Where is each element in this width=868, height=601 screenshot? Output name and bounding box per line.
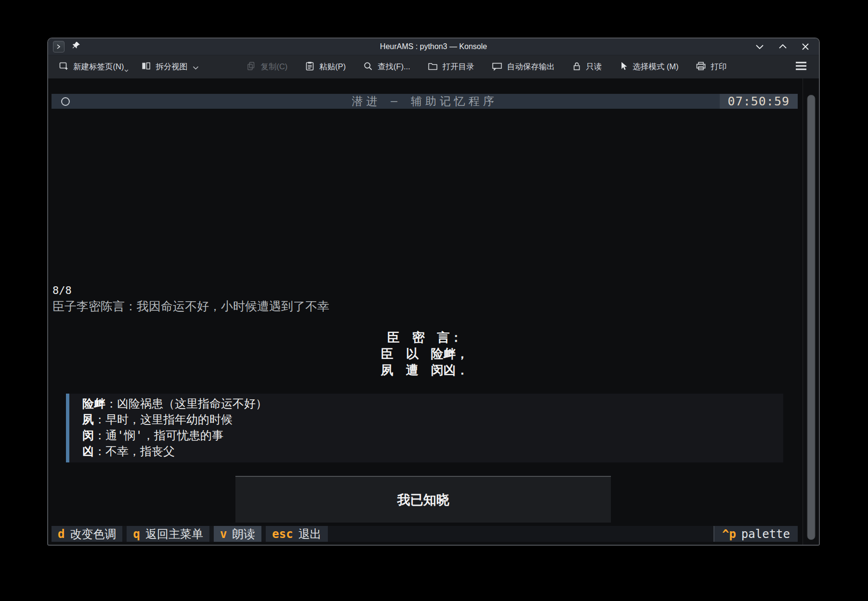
key-label: esc <box>272 527 293 541</box>
folder-icon <box>428 61 438 73</box>
split-view-button[interactable]: 拆分视图 <box>141 61 199 73</box>
copy-label: 复制(C) <box>260 62 287 72</box>
read-only-label: 只读 <box>586 62 602 72</box>
annotation-line: 闵：通'悯'，指可忧患的事 <box>82 428 778 444</box>
copy-button[interactable]: 复制(C) <box>246 61 287 73</box>
annotation-term: 凶 <box>82 445 94 458</box>
lock-icon <box>572 61 582 73</box>
terminal-view[interactable]: 潜进 – 辅助记忆程序 07:50:59 8/8 臣子李密陈言：我因命运不好，小… <box>48 78 819 545</box>
new-tab-button[interactable]: 新建标签页(N) <box>59 61 124 73</box>
annotation-term: 闵 <box>82 429 94 442</box>
konsole-window: HeurAMS : python3 — Konsole 新建标签页(N) <box>47 38 820 546</box>
open-directory-button[interactable]: 打开目录 <box>428 61 474 73</box>
close-button[interactable] <box>802 43 809 51</box>
keybinding-change-theme[interactable]: d 改变色调 <box>52 526 122 542</box>
tui-footer: d 改变色调 q 返回主菜单 v 朗读 esc 退出 <box>52 526 798 542</box>
window-title: HeurAMS : python3 — Konsole <box>48 42 819 51</box>
search-icon <box>363 61 373 73</box>
annotation-desc: ：凶险祸患（这里指命运不好） <box>105 397 267 410</box>
output-bubble-icon <box>492 61 503 73</box>
tui-header-title: 潜进 – 辅助记忆程序 <box>52 94 798 109</box>
verse-line: 臣 以 险衅， <box>52 345 798 362</box>
paste-button[interactable]: 粘贴(P) <box>305 61 346 73</box>
paste-icon <box>305 61 315 73</box>
annotation-desc: ：不幸，指丧父 <box>94 445 175 458</box>
annotation-term: 险衅 <box>82 397 105 410</box>
acknowledge-button[interactable]: 我已知晓 <box>235 476 611 523</box>
key-label: d <box>58 527 65 541</box>
annotation-line: 凶：不幸，指丧父 <box>82 444 778 460</box>
keybinding-exit[interactable]: esc 退出 <box>266 526 327 542</box>
annotation-line: 险衅：凶险祸患（这里指命运不好） <box>82 396 778 412</box>
new-tab-dropdown-icon[interactable] <box>124 65 129 74</box>
pin-icon[interactable] <box>71 41 81 52</box>
keybinding-main-menu[interactable]: q 返回主菜单 <box>127 526 209 542</box>
tui-app: 潜进 – 辅助记忆程序 07:50:59 8/8 臣子李密陈言：我因命运不好，小… <box>52 78 798 545</box>
minimize-button[interactable] <box>755 44 764 50</box>
split-view-dropdown-icon[interactable] <box>193 63 199 72</box>
terminal-tab-icon[interactable] <box>53 41 65 52</box>
print-button[interactable]: 打印 <box>696 61 726 73</box>
new-tab-icon <box>59 61 69 73</box>
select-mode-label: 选择模式 (M) <box>633 62 678 72</box>
titlebar-left <box>48 41 81 52</box>
autosave-output-button[interactable]: 自动保存输出 <box>492 61 555 73</box>
annotation-desc: ：通'悯'，指可忧患的事 <box>94 429 223 442</box>
open-directory-label: 打开目录 <box>442 62 474 72</box>
key-label: ^p <box>722 527 736 541</box>
tui-header: 潜进 – 辅助记忆程序 07:50:59 <box>52 94 798 109</box>
key-action-label: 退出 <box>298 526 322 542</box>
titlebar: HeurAMS : python3 — Konsole <box>48 38 819 55</box>
key-action-label: 朗读 <box>232 526 255 542</box>
scrollbar-thumb[interactable] <box>807 95 815 540</box>
key-label: v <box>220 527 227 541</box>
keybinding-palette[interactable]: ^p palette <box>713 526 798 542</box>
split-view-label: 拆分视图 <box>155 62 187 72</box>
key-action-label: 改变色调 <box>70 526 116 542</box>
find-label: 查找(F)... <box>377 62 410 72</box>
toolbar: 新建标签页(N) 拆分视图 复制(C) <box>48 55 819 78</box>
keybinding-read-aloud[interactable]: v 朗读 <box>214 526 261 542</box>
copy-icon <box>246 61 256 73</box>
verse-line: 臣 密 言： <box>52 329 798 345</box>
screen: HeurAMS : python3 — Konsole 新建标签页(N) <box>0 0 868 601</box>
progress-counter: 8/8 <box>52 284 72 296</box>
print-label: 打印 <box>711 62 726 72</box>
verse-line: 夙 遭 闵凶． <box>52 362 798 378</box>
key-action-label: palette <box>741 527 790 541</box>
key-action-label: 返回主菜单 <box>145 526 203 542</box>
scrollbar[interactable] <box>803 78 819 545</box>
annotation-panel: 险衅：凶险祸患（这里指命运不好） 夙：早时，这里指年幼的时候 闵：通'悯'，指可… <box>66 394 783 462</box>
status-ring-icon <box>61 97 70 106</box>
maximize-button[interactable] <box>778 44 787 50</box>
annotation-desc: ：早时，这里指年幼的时候 <box>94 413 233 426</box>
read-only-button[interactable]: 只读 <box>572 61 602 73</box>
cursor-arrow-icon <box>619 61 628 73</box>
select-mode-button[interactable]: 选择模式 (M) <box>619 61 678 73</box>
autosave-output-label: 自动保存输出 <box>507 62 555 72</box>
hamburger-menu-icon[interactable] <box>795 61 807 73</box>
annotation-term: 夙 <box>82 413 94 426</box>
paste-label: 粘贴(P) <box>319 62 346 72</box>
verse-block: 臣 密 言： 臣 以 险衅， 夙 遭 闵凶． <box>52 329 798 378</box>
tui-clock: 07:50:59 <box>720 94 798 109</box>
key-label: q <box>133 527 140 541</box>
annotation-line: 夙：早时，这里指年幼的时候 <box>82 412 778 428</box>
translation-hint: 臣子李密陈言：我因命运不好，小时候遭遇到了不幸 <box>52 298 329 314</box>
printer-icon <box>696 61 706 73</box>
split-view-icon <box>141 61 151 73</box>
new-tab-label: 新建标签页(N) <box>73 62 124 72</box>
find-button[interactable]: 查找(F)... <box>363 61 410 73</box>
window-controls <box>755 43 819 51</box>
